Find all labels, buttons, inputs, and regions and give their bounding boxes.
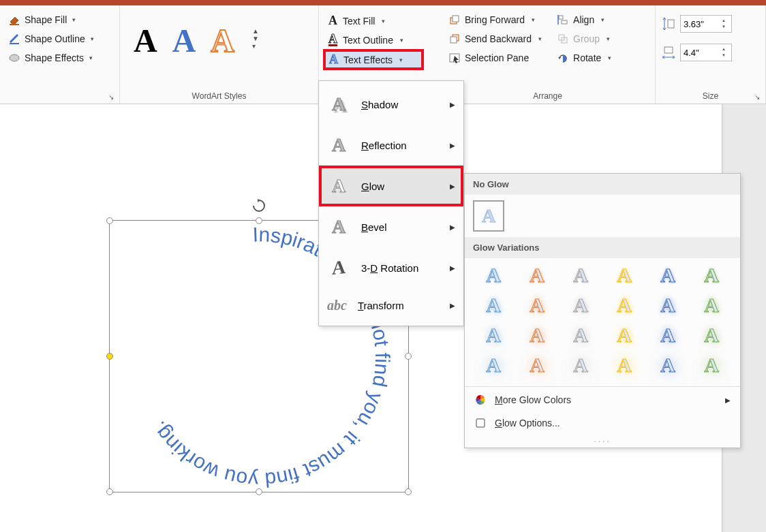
glow-variation-option[interactable]: A xyxy=(649,352,687,378)
glow-variation-option[interactable]: A xyxy=(649,322,687,348)
rotate-button[interactable]: Rotate ▾ xyxy=(554,50,614,65)
svg-rect-20 xyxy=(476,419,485,427)
text-fill-button[interactable]: A Text Fill ▾ xyxy=(324,12,423,29)
bevel-icon: A xyxy=(327,216,350,238)
width-value[interactable] xyxy=(681,48,720,58)
color-wheel-icon xyxy=(474,394,487,406)
shape-outline-button[interactable]: Shape Outline ▾ xyxy=(5,31,114,46)
chevron-down-icon: ▾ xyxy=(607,35,610,42)
chevron-down-icon: ▾ xyxy=(538,35,542,42)
wordart-styles-group: A A A ▲▼▾ WordArt Styles xyxy=(120,5,319,104)
submenu-arrow-icon: ▶ xyxy=(450,142,455,149)
glow-menu-item[interactable]: AGlow ▶ xyxy=(319,166,463,206)
spinner-down[interactable]: ▼ xyxy=(720,52,727,59)
resize-handle[interactable] xyxy=(256,217,262,224)
shape-effects-button[interactable]: Shape Effects ▾ xyxy=(5,50,114,65)
glow-variation-option[interactable]: A xyxy=(562,262,600,288)
resize-grip-icon[interactable]: .... xyxy=(465,435,740,446)
send-backward-button[interactable]: Send Backward ▾ xyxy=(446,31,545,46)
reflection-menu-item[interactable]: AReflection ▶ xyxy=(319,125,463,166)
glow-variation-option[interactable]: A xyxy=(605,262,643,288)
wordart-gallery-more-button[interactable]: ▲▼▾ xyxy=(249,26,262,51)
shape-fill-label: Shape Fill xyxy=(25,14,67,25)
submenu-arrow-icon: ▶ xyxy=(450,101,455,108)
glow-variation-option[interactable]: A xyxy=(518,292,556,318)
group-label: Group xyxy=(573,33,600,44)
align-button[interactable]: Align ▾ xyxy=(554,12,614,27)
resize-handle[interactable] xyxy=(405,488,412,495)
adjust-handle[interactable] xyxy=(106,353,113,360)
glow-variation-option[interactable]: A xyxy=(605,352,643,378)
submenu-arrow-icon: ▶ xyxy=(725,396,731,404)
rotation3d-menu-item[interactable]: A3-D Rotation ▶ xyxy=(319,247,463,288)
send-backward-label: Send Backward xyxy=(465,33,532,44)
glow-variation-option[interactable]: A xyxy=(562,322,600,348)
glow-variation-option[interactable]: A xyxy=(518,322,556,348)
spinner-down[interactable]: ▼ xyxy=(720,24,727,30)
glow-variation-option[interactable]: A xyxy=(518,352,556,378)
selection-pane-button[interactable]: Selection Pane xyxy=(446,50,545,65)
no-glow-preview-icon: A xyxy=(482,205,495,227)
glow-variation-option[interactable]: A xyxy=(474,262,512,288)
wordart-group-label: WordArt Styles xyxy=(125,91,313,102)
shadow-menu-item[interactable]: ASShadowhadow ▶ xyxy=(319,84,463,125)
glow-variation-option[interactable]: A xyxy=(474,322,512,348)
resize-handle[interactable] xyxy=(256,488,262,495)
bevel-menu-item[interactable]: ABevel ▶ xyxy=(319,206,463,247)
height-value[interactable] xyxy=(681,19,720,29)
bring-forward-button[interactable]: Bring Forward ▾ xyxy=(446,12,545,27)
glow-variation-option[interactable]: A xyxy=(605,322,643,348)
chevron-down-icon: ▾ xyxy=(89,54,93,61)
shape-fill-button[interactable]: Shape Fill ▾ xyxy=(5,12,114,27)
dialog-launcher-icon[interactable]: ↘ xyxy=(108,93,117,101)
text-effects-button[interactable]: A Text Effects ▾ xyxy=(324,50,423,69)
wordart-preset-3[interactable]: A xyxy=(211,22,234,59)
spinner-up[interactable]: ▲ xyxy=(720,46,727,52)
glow-variation-option[interactable]: A xyxy=(474,352,512,378)
wordart-preset-1[interactable]: A xyxy=(134,22,157,59)
size-group-label: Size xyxy=(661,91,760,102)
glow-variation-option[interactable]: A xyxy=(605,292,643,318)
more-glow-colors-item[interactable]: More Glow Colors ▶ xyxy=(465,388,740,411)
bring-forward-icon xyxy=(448,14,461,26)
glow-variation-option[interactable]: A xyxy=(562,352,600,378)
height-input[interactable]: ▲▼ xyxy=(680,15,732,33)
glow-variation-option[interactable]: A xyxy=(649,292,687,318)
submenu-arrow-icon: ▶ xyxy=(450,183,455,190)
svg-rect-0 xyxy=(10,24,19,25)
glow-variation-option[interactable]: A xyxy=(562,292,600,318)
rotate-icon xyxy=(557,52,569,64)
svg-rect-17 xyxy=(664,47,673,53)
chevron-down-icon: ▾ xyxy=(601,16,604,23)
resize-handle[interactable] xyxy=(106,217,113,224)
glow-submenu: No Glow A Glow Variations AAAAAAAAAAAAAA… xyxy=(464,173,741,448)
text-outline-button[interactable]: A Text Outline ▾ xyxy=(324,32,423,48)
no-glow-option[interactable]: A xyxy=(473,200,504,232)
shape-outline-icon xyxy=(8,33,20,45)
transform-menu-item[interactable]: abcTransform ▶ xyxy=(319,288,463,323)
glow-variation-option[interactable]: A xyxy=(692,322,731,348)
glow-variation-option[interactable]: A xyxy=(692,352,731,378)
rotate-handle-icon[interactable] xyxy=(251,198,267,214)
dialog-launcher-icon[interactable]: ↘ xyxy=(754,93,763,101)
width-input[interactable]: ▲▼ xyxy=(680,44,732,61)
resize-handle[interactable] xyxy=(106,488,113,495)
glow-variation-option[interactable]: A xyxy=(649,262,687,288)
shape-fill-icon xyxy=(8,14,20,26)
wordart-preset-2[interactable]: A xyxy=(172,22,196,59)
glow-variation-option[interactable]: A xyxy=(692,262,731,288)
svg-rect-15 xyxy=(668,20,674,28)
glow-options-item[interactable]: Glow Options... xyxy=(465,411,740,435)
height-icon xyxy=(661,16,676,31)
chevron-down-icon: ▾ xyxy=(608,54,611,61)
chevron-down-icon: ▾ xyxy=(91,35,94,42)
spinner-up[interactable]: ▲ xyxy=(720,18,727,24)
resize-handle[interactable] xyxy=(405,353,412,360)
chevron-down-icon: ▾ xyxy=(532,16,535,23)
glow-variation-option[interactable]: A xyxy=(692,292,731,318)
glow-variation-option[interactable]: A xyxy=(474,292,512,318)
svg-rect-4 xyxy=(453,16,459,22)
chevron-down-icon: ▾ xyxy=(382,18,385,25)
shape-outline-label: Shape Outline xyxy=(25,33,85,44)
glow-variation-option[interactable]: A xyxy=(518,262,556,288)
